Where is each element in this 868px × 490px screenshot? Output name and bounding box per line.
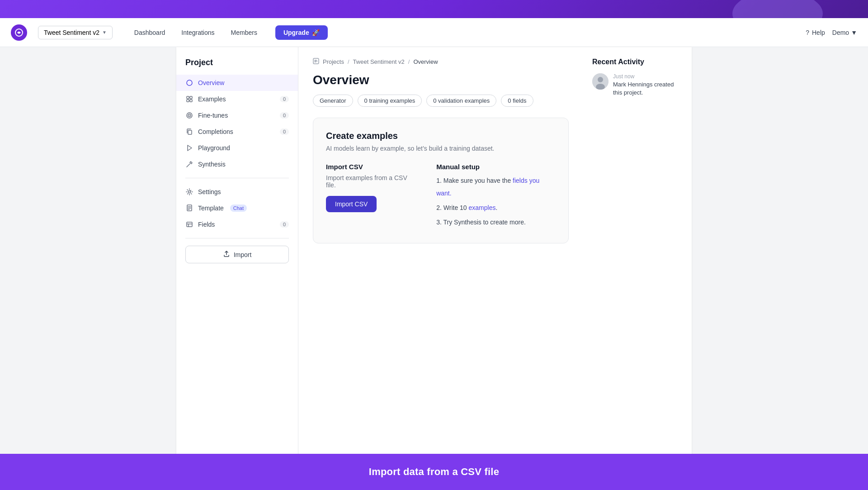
activity-content: Just now Mark Hennings created this proj… [613, 73, 683, 97]
sidebar-label-synthesis: Synthesis [198, 161, 226, 168]
stat-training-examples[interactable]: 0 training examples [358, 95, 422, 107]
stat-validation-examples[interactable]: 0 validation examples [426, 95, 496, 107]
import-csv-column: Import CSV Import examples from a CSV fi… [326, 163, 418, 230]
import-csv-desc: Import examples from a CSV file. [326, 174, 418, 189]
activity-text: Mark Hennings created this project. [613, 81, 683, 97]
sidebar-label-examples: Examples [198, 95, 226, 103]
main-content: Projects / Tweet Sentiment v2 / Overview… [298, 47, 583, 490]
import-button[interactable]: Import [185, 246, 289, 263]
import-label: Import [234, 251, 252, 258]
manual-steps-list: 1. Make sure you have the fields you wan… [436, 174, 556, 228]
wand-icon [185, 160, 193, 168]
sidebar-label-completions: Completions [198, 128, 233, 135]
sidebar-item-template[interactable]: Template Chat [176, 200, 298, 216]
breadcrumb-separator-2: / [408, 58, 410, 65]
sidebar-divider-2 [185, 238, 289, 238]
header: Tweet Sentiment v2 ▼ Dashboard Integrati… [0, 18, 868, 47]
right-panel: Recent Activity Just now Mark Hennings c… [583, 47, 692, 490]
sidebar-item-settings[interactable]: Settings [176, 184, 298, 200]
manual-step-1: 1. Make sure you have the fields you wan… [436, 174, 556, 200]
card-title: Create examples [326, 131, 556, 141]
demo-label: Demo [832, 29, 849, 36]
breadcrumb-icon [313, 58, 319, 66]
chevron-down-icon: ▼ [102, 30, 107, 35]
activity-time: Just now [613, 73, 683, 80]
manual-step-3: 3. Try Synthesis to create more. [436, 216, 556, 228]
sidebar-item-fine-tunes[interactable]: Fine-tunes 0 [176, 107, 298, 124]
sidebar-item-examples[interactable]: Examples 0 [176, 91, 298, 107]
grid-icon [185, 95, 193, 103]
sidebar-label-fields: Fields [198, 221, 215, 228]
svg-point-1 [187, 80, 192, 86]
import-csv-button[interactable]: Import CSV [326, 196, 377, 212]
svg-rect-9 [188, 130, 192, 134]
manual-setup-title: Manual setup [436, 163, 556, 171]
stat-generator[interactable]: Generator [313, 95, 353, 107]
avatar [592, 73, 609, 90]
activity-item: Just now Mark Hennings created this proj… [592, 73, 683, 97]
svg-rect-4 [187, 100, 189, 102]
demo-button[interactable]: Demo ▼ [832, 29, 857, 36]
nav-dashboard[interactable]: Dashboard [127, 25, 173, 40]
sidebar-label-playground: Playground [198, 144, 230, 152]
sidebar: Project Overview Examples 0 Fine-tunes 0 [176, 47, 298, 490]
chat-badge: Chat [230, 205, 247, 212]
svg-marker-10 [188, 145, 192, 151]
bottom-banner-text: Import data from a CSV file [369, 466, 499, 478]
help-circle-icon: ? [806, 29, 809, 36]
sidebar-divider [185, 178, 289, 178]
top-decorative-bar [0, 0, 868, 18]
upload-icon [223, 250, 230, 259]
project-selector[interactable]: Tweet Sentiment v2 ▼ [38, 26, 113, 39]
rocket-icon: 🚀 [312, 29, 320, 36]
completions-badge: 0 [280, 128, 289, 135]
svg-point-16 [598, 77, 603, 82]
examples-badge: 0 [280, 96, 289, 102]
stat-fields[interactable]: 0 fields [501, 95, 533, 107]
main-nav: Dashboard Integrations Members [127, 25, 264, 40]
breadcrumb-project[interactable]: Tweet Sentiment v2 [353, 58, 405, 65]
sidebar-label-template: Template [198, 205, 224, 212]
sidebar-item-fields[interactable]: Fields 0 [176, 216, 298, 233]
sidebar-title: Project [176, 58, 298, 75]
play-icon [185, 144, 193, 152]
target-icon [185, 111, 193, 119]
sidebar-label-fine-tunes: Fine-tunes [198, 112, 228, 119]
svg-rect-3 [190, 96, 192, 99]
chevron-down-icon: ▼ [851, 29, 857, 36]
header-right: ? Help Demo ▼ [806, 29, 857, 36]
copy-icon [185, 128, 193, 136]
examples-link[interactable]: examples [469, 204, 496, 211]
settings-icon [185, 188, 193, 196]
circle-icon [185, 79, 193, 87]
examples-columns: Import CSV Import examples from a CSV fi… [326, 163, 556, 230]
svg-rect-5 [190, 100, 192, 102]
nav-members[interactable]: Members [224, 25, 264, 40]
card-description: AI models learn by example, so let’s bui… [326, 145, 556, 152]
help-link[interactable]: ? Help [806, 29, 825, 36]
page-title: Overview [313, 73, 569, 87]
breadcrumb-projects[interactable]: Projects [323, 58, 344, 65]
project-name: Tweet Sentiment v2 [44, 29, 99, 36]
bottom-banner[interactable]: Import data from a CSV file [0, 454, 868, 490]
sidebar-item-playground[interactable]: Playground [176, 140, 298, 156]
create-examples-card: Create examples AI models learn by examp… [313, 118, 569, 243]
fields-badge: 0 [280, 221, 289, 228]
sidebar-item-synthesis[interactable]: Synthesis [176, 156, 298, 172]
help-label: Help [812, 29, 825, 36]
doc-icon [185, 204, 193, 212]
manual-step-2: 2. Write 10 examples. [436, 201, 556, 214]
breadcrumb: Projects / Tweet Sentiment v2 / Overview [313, 58, 569, 66]
svg-rect-2 [187, 96, 189, 99]
fine-tunes-badge: 0 [280, 112, 289, 119]
sidebar-item-overview[interactable]: Overview [176, 75, 298, 91]
fields-link[interactable]: fields you want. [436, 177, 539, 197]
stats-row: Generator 0 training examples 0 validati… [313, 95, 569, 107]
app-logo [11, 24, 27, 41]
upgrade-label: Upgrade [283, 29, 309, 36]
breadcrumb-current: Overview [413, 58, 438, 65]
upgrade-button[interactable]: Upgrade 🚀 [275, 25, 328, 40]
sidebar-item-completions[interactable]: Completions 0 [176, 124, 298, 140]
nav-integrations[interactable]: Integrations [174, 25, 222, 40]
svg-rect-13 [187, 222, 192, 227]
